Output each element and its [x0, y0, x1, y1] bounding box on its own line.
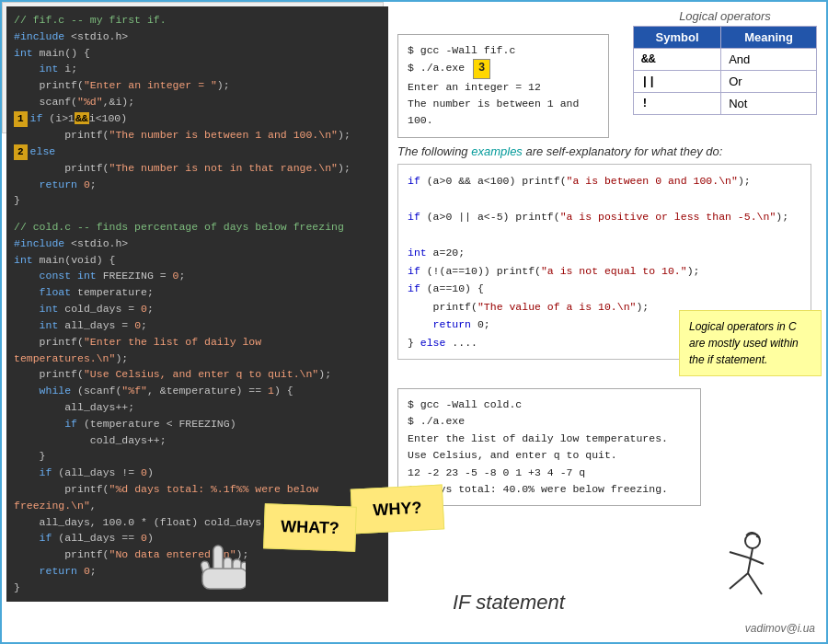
- ex-line2: [408, 190, 801, 209]
- if-statement-label: IF statement: [453, 591, 565, 615]
- ex-line4: [408, 226, 801, 245]
- fif-line3: int i;: [14, 61, 381, 77]
- cold-line9: while (scanf("%f", &temperature) == 1) {: [14, 383, 381, 399]
- terminal-cold: $ gcc -Wall cold.c $ ./a.exe Enter the l…: [397, 388, 701, 506]
- cold-line2: int main(void) {: [14, 252, 381, 269]
- svg-line-8: [730, 552, 748, 558]
- terminal2-line4: Use Celsius, and enter q to quit.: [408, 447, 691, 464]
- sticky-why: WHY?: [351, 484, 444, 534]
- symbol-not: !: [634, 93, 721, 115]
- fif-line5: scanf("%d",&i);: [14, 94, 381, 110]
- table-title: Logical operators: [633, 9, 817, 23]
- sticky3-text: WHAT?: [281, 517, 339, 537]
- sticky-what: WHAT?: [263, 503, 357, 551]
- fif-title: // fif.c -- my first if.: [14, 12, 381, 29]
- cold-line13: }: [14, 448, 381, 465]
- table-row: && And: [634, 49, 817, 71]
- svg-line-7: [748, 548, 753, 573]
- fif-line8: 2else: [14, 144, 381, 160]
- ex-line7: if (a==10) {: [408, 280, 801, 298]
- symbol-or: ||: [634, 71, 721, 93]
- running-figure-icon: [716, 532, 771, 605]
- cold-title: // cold.c -- finds percentage of days be…: [14, 219, 381, 236]
- cold-line10: all_days++;: [14, 399, 381, 416]
- code-panel-fif: // fif.c -- my first if. #include <stdio…: [6, 6, 388, 214]
- terminal2-line2: $ ./a.exe: [408, 413, 691, 430]
- sticky-note-logical: Logical operators in C are mostly used w…: [679, 310, 822, 376]
- hand-cursor-icon: [190, 541, 255, 605]
- terminal1-line1: $ gcc -Wall fif.c: [408, 42, 599, 59]
- cold-line4: float temperature;: [14, 284, 381, 301]
- table-row: || Or: [634, 71, 817, 93]
- fif-line4: printf("Enter an integer = ");: [14, 77, 381, 94]
- fif-line7: printf("The number is between 1 and 100.…: [14, 127, 381, 144]
- attribution-text: vadimov@i.ua: [745, 622, 815, 635]
- terminal2-line6: 10 days total: 40.0% were below freezing…: [408, 481, 691, 498]
- ex-line1: if (a>0 && a<100) printf("a is between 0…: [408, 172, 801, 190]
- cold-line8: printf("Use Celsius, and enter q to quit…: [14, 366, 381, 383]
- cold-line11: if (temperature < FREEZING): [14, 416, 381, 432]
- cold-line3: const int FREEZING = 0;: [14, 268, 381, 284]
- fif-line6: 1if (i>1&&i<100): [14, 110, 381, 127]
- cold-line14: if (all_days != 0): [14, 465, 381, 481]
- ex-line5: int a=20;: [408, 244, 801, 262]
- svg-rect-5: [202, 569, 246, 589]
- meaning-and: And: [721, 49, 817, 71]
- sticky2-text: WHY?: [373, 499, 422, 520]
- terminal1-line4: The number is between 1 and 100.: [408, 96, 599, 130]
- col-header-meaning: Meaning: [721, 27, 817, 49]
- terminal-fif: $ gcc -Wall fif.c $ ./a.exe 3 Enter an i…: [397, 34, 609, 138]
- cold-line6: int all_days = 0;: [14, 317, 381, 334]
- svg-line-11: [748, 573, 762, 594]
- symbol-and: &&: [634, 49, 721, 71]
- ex-line6: if (!(a==10)) printf("a is not equal to …: [408, 262, 801, 281]
- logic-operators-table: Logical operators Symbol Meaning && And …: [633, 9, 817, 115]
- examples-title: The following examples are self-explanat…: [397, 144, 811, 158]
- fif-line10: return 0;: [14, 177, 381, 193]
- operators-table: Symbol Meaning && And || Or ! Not: [633, 26, 817, 115]
- cold-line7: printf("Enter the list of daily low temp…: [14, 334, 381, 367]
- terminal2-line5: 12 -2 23 -5 -8 0 1 +3 4 -7 q: [408, 465, 691, 481]
- meaning-or: Or: [721, 71, 817, 93]
- table-row: ! Not: [634, 93, 817, 115]
- terminal2-line3: Enter the list of daily low temperatures…: [408, 431, 691, 447]
- terminal1-line3: Enter an integer = 12: [408, 79, 599, 96]
- terminal2-line1: $ gcc -Wall cold.c: [408, 397, 691, 413]
- ex-line3: if (a>0 || a<-5) printf("a is positive o…: [408, 208, 801, 226]
- terminal1-line2: $ ./a.exe 3: [408, 59, 599, 78]
- fif-line2: int main() {: [14, 45, 381, 62]
- fif-line1: #include <stdio.h>: [14, 29, 381, 45]
- cold-line12: cold_days++;: [14, 432, 381, 449]
- sticky1-text: Logical operators in C are mostly used w…: [689, 320, 799, 366]
- cold-line5: int cold_days = 0;: [14, 301, 381, 317]
- cold-line1: #include <stdio.h>: [14, 236, 381, 252]
- fif-line9: printf("The number is not in that range.…: [14, 160, 381, 177]
- meaning-not: Not: [721, 93, 817, 115]
- fif-line11: }: [14, 192, 381, 209]
- col-header-symbol: Symbol: [634, 27, 721, 49]
- svg-line-10: [730, 573, 748, 589]
- badge3: 3: [473, 59, 490, 78]
